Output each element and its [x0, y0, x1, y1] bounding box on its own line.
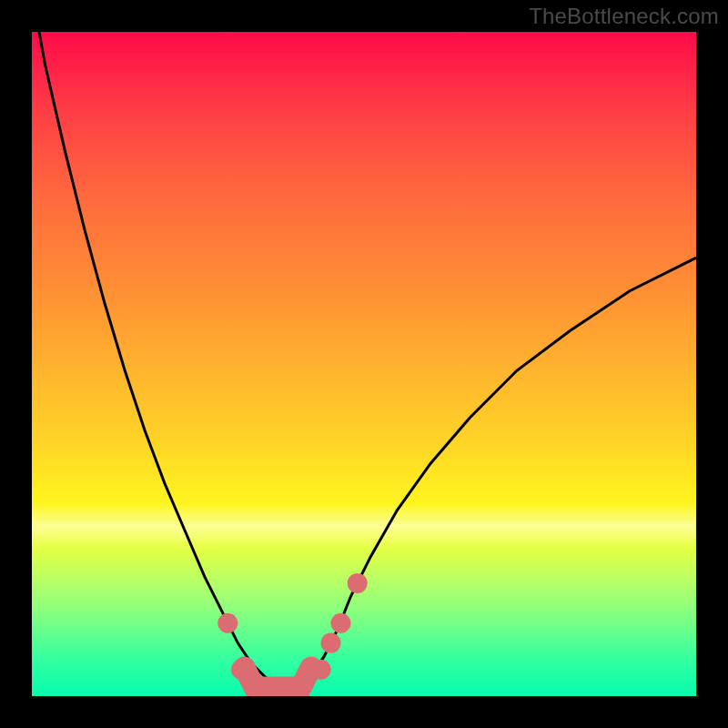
- data-point-marker: [231, 660, 251, 680]
- data-point-marker: [331, 613, 351, 633]
- curve-layer: [32, 32, 696, 696]
- data-point-marker: [311, 660, 331, 680]
- watermark-text: TheBottleneck.com: [529, 4, 719, 29]
- optimal-zone-segment: [245, 668, 311, 688]
- plot-area: [32, 32, 696, 696]
- data-point-marker: [217, 613, 238, 633]
- curve-markers: [217, 573, 367, 680]
- chart-frame: TheBottleneck.com: [0, 0, 728, 728]
- bottleneck-curve: [32, 32, 696, 690]
- data-point-marker: [348, 573, 368, 593]
- data-point-marker: [321, 633, 341, 653]
